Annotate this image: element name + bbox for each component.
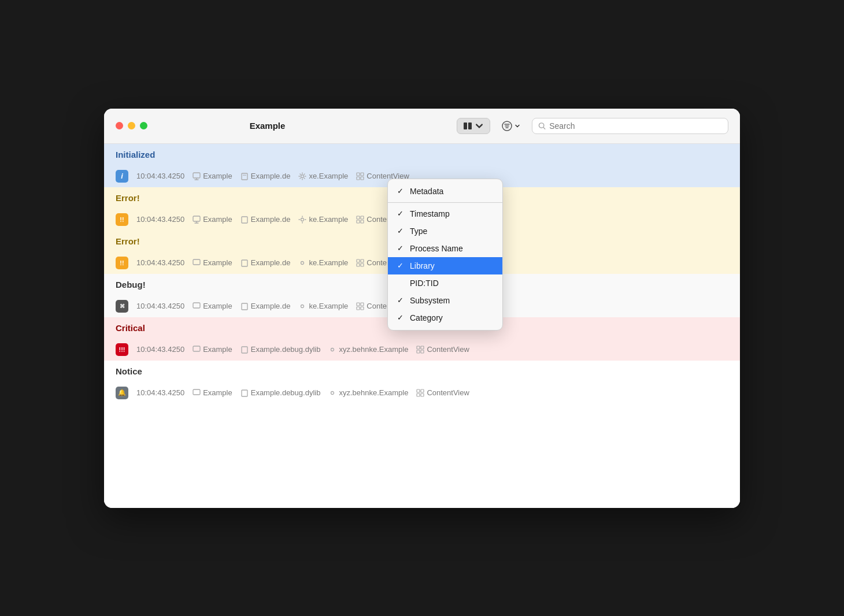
svg-rect-28 bbox=[361, 220, 364, 223]
search-input[interactable] bbox=[549, 121, 722, 131]
dropdown-item-type[interactable]: ✓ Type bbox=[388, 222, 502, 240]
toolbar-controls bbox=[457, 118, 728, 134]
dropdown-item-pid-tid[interactable]: ✓ PID:TID bbox=[388, 274, 502, 292]
log-library: Example.debug.dylib bbox=[240, 388, 321, 397]
svg-rect-48 bbox=[417, 350, 420, 353]
svg-rect-47 bbox=[421, 346, 424, 349]
svg-rect-51 bbox=[242, 390, 247, 396]
svg-rect-16 bbox=[357, 173, 360, 176]
svg-rect-55 bbox=[417, 394, 420, 396]
log-row[interactable]: 🔔 10:04:43.4250 Example Example.debug.dy… bbox=[104, 382, 740, 404]
dropdown-divider bbox=[388, 202, 502, 203]
chevron-down-icon-filter bbox=[514, 123, 520, 129]
grid-icon bbox=[356, 216, 364, 224]
building-icon bbox=[240, 259, 249, 267]
gear-icon bbox=[298, 172, 306, 180]
svg-rect-43 bbox=[193, 346, 200, 351]
columns-icon bbox=[463, 121, 472, 131]
gear-icon bbox=[298, 259, 306, 267]
svg-rect-33 bbox=[361, 259, 364, 262]
building-icon bbox=[240, 389, 249, 397]
grid-icon bbox=[356, 302, 364, 310]
log-row[interactable]: !!! 10:04:43.4250 Example Example.debug.… bbox=[104, 339, 740, 361]
svg-rect-44 bbox=[242, 347, 247, 353]
svg-rect-30 bbox=[242, 260, 247, 266]
log-process: Example bbox=[193, 302, 232, 310]
check-type: ✓ bbox=[397, 227, 405, 235]
log-library: Example.de bbox=[240, 172, 291, 180]
svg-rect-32 bbox=[357, 259, 360, 262]
svg-rect-54 bbox=[421, 389, 424, 392]
dropdown-label-type: Type bbox=[410, 227, 427, 236]
svg-point-24 bbox=[301, 218, 304, 221]
gear-icon bbox=[328, 389, 336, 397]
log-library: Example.de bbox=[240, 215, 291, 224]
svg-rect-35 bbox=[361, 264, 364, 266]
svg-rect-39 bbox=[357, 303, 360, 306]
columns-dropdown[interactable]: ✓ Metadata ✓ Timestamp ✓ Type ✓ Process … bbox=[387, 179, 503, 331]
log-subsystem: xe.Example bbox=[298, 172, 348, 180]
gear-icon bbox=[298, 216, 306, 224]
svg-point-38 bbox=[301, 305, 304, 307]
svg-rect-36 bbox=[193, 303, 200, 308]
log-container: ✓ Metadata ✓ Timestamp ✓ Type ✓ Process … bbox=[104, 144, 740, 508]
svg-rect-18 bbox=[357, 177, 360, 180]
bottom-padding bbox=[104, 404, 740, 508]
svg-rect-17 bbox=[361, 173, 364, 176]
log-category: ContentView bbox=[416, 345, 469, 354]
svg-rect-29 bbox=[193, 259, 200, 265]
columns-button[interactable] bbox=[457, 118, 490, 134]
svg-rect-19 bbox=[361, 177, 364, 180]
svg-rect-40 bbox=[361, 303, 364, 306]
gear-icon bbox=[298, 302, 306, 310]
check-metadata: ✓ bbox=[397, 187, 405, 195]
svg-rect-56 bbox=[421, 394, 424, 396]
dropdown-label-process-name: Process Name bbox=[410, 244, 463, 253]
log-timestamp: 10:04:43.4250 bbox=[136, 388, 184, 397]
icon-error-2: !! bbox=[116, 257, 128, 269]
svg-point-52 bbox=[331, 391, 334, 394]
search-bar[interactable] bbox=[532, 118, 728, 134]
monitor-icon bbox=[193, 389, 201, 397]
log-process: Example bbox=[193, 215, 232, 224]
filter-button[interactable] bbox=[497, 118, 525, 134]
log-subsystem: ke.Example bbox=[298, 258, 348, 267]
window-title: Example bbox=[104, 121, 447, 131]
svg-rect-46 bbox=[417, 346, 420, 349]
dropdown-item-category[interactable]: ✓ Category bbox=[388, 309, 502, 326]
svg-line-7 bbox=[543, 127, 545, 129]
dropdown-item-process-name[interactable]: ✓ Process Name bbox=[388, 240, 502, 257]
dropdown-label-timestamp: Timestamp bbox=[410, 209, 450, 218]
svg-rect-8 bbox=[193, 173, 200, 178]
log-subsystem: xyz.behnke.Example bbox=[328, 388, 408, 397]
svg-rect-37 bbox=[242, 303, 247, 310]
dropdown-item-timestamp[interactable]: ✓ Timestamp bbox=[388, 205, 502, 222]
svg-rect-27 bbox=[357, 220, 360, 223]
svg-rect-20 bbox=[193, 216, 200, 221]
check-process-name: ✓ bbox=[397, 244, 405, 253]
svg-rect-23 bbox=[242, 217, 247, 223]
check-category: ✓ bbox=[397, 313, 405, 322]
dropdown-item-metadata[interactable]: ✓ Metadata bbox=[388, 183, 502, 200]
log-library: Example.de bbox=[240, 258, 291, 267]
section-header-initialized: Initialized bbox=[104, 144, 740, 165]
monitor-icon bbox=[193, 302, 201, 310]
svg-point-45 bbox=[331, 348, 334, 351]
svg-rect-34 bbox=[357, 264, 360, 266]
dropdown-item-library[interactable]: ✓ Library bbox=[388, 257, 502, 274]
log-subsystem: ke.Example bbox=[298, 215, 348, 224]
svg-rect-26 bbox=[361, 216, 364, 219]
dropdown-label-pid-tid: PID:TID bbox=[410, 279, 439, 288]
log-timestamp: 10:04:43.4250 bbox=[136, 258, 184, 267]
main-window: Example bbox=[104, 109, 740, 508]
log-timestamp: 10:04:43.4250 bbox=[136, 302, 184, 310]
dropdown-item-subsystem[interactable]: ✓ Subsystem bbox=[388, 292, 502, 309]
dropdown-label-library: Library bbox=[410, 261, 435, 270]
chevron-down-icon bbox=[475, 121, 484, 131]
icon-critical: !!! bbox=[116, 343, 128, 356]
building-icon bbox=[240, 302, 249, 310]
search-icon bbox=[538, 122, 546, 130]
svg-rect-42 bbox=[361, 307, 364, 310]
log-timestamp: 10:04:43.4250 bbox=[136, 172, 184, 180]
section-header-notice: Notice bbox=[104, 361, 740, 382]
